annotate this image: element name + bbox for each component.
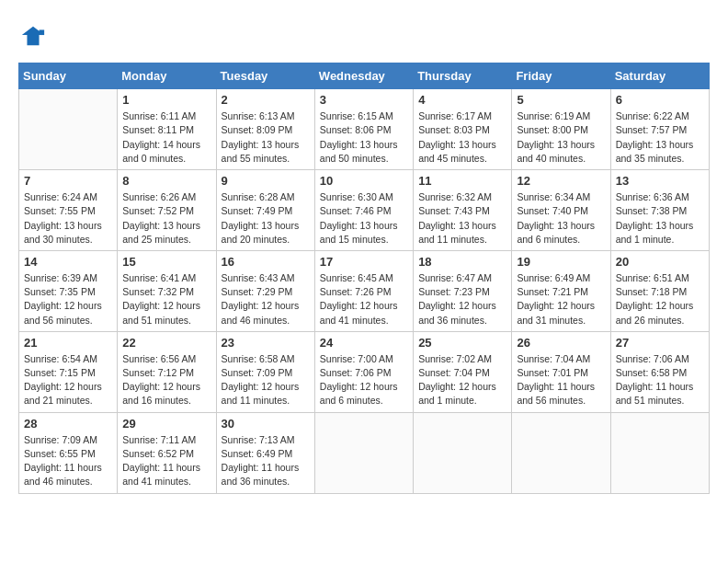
day-info: Sunrise: 6:41 AM Sunset: 7:32 PM Dayligh… <box>122 271 210 327</box>
day-info: Sunrise: 6:13 AM Sunset: 8:09 PM Dayligh… <box>222 109 310 166</box>
day-number: 7 <box>24 174 112 188</box>
day-info: Sunrise: 6:28 AM Sunset: 7:49 PM Dayligh… <box>222 190 310 247</box>
calendar-cell: 9Sunrise: 6:28 AM Sunset: 7:49 PM Daylig… <box>216 170 314 251</box>
calendar-cell: 12Sunrise: 6:34 AM Sunset: 7:40 PM Dayli… <box>512 170 610 251</box>
day-info: Sunrise: 6:30 AM Sunset: 7:46 PM Dayligh… <box>320 190 408 247</box>
calendar-cell: 11Sunrise: 6:32 AM Sunset: 7:43 PM Dayli… <box>414 170 512 251</box>
day-number: 9 <box>222 174 310 188</box>
calendar-cell: 13Sunrise: 6:36 AM Sunset: 7:38 PM Dayli… <box>610 170 709 251</box>
day-number: 6 <box>616 93 704 107</box>
day-number: 13 <box>616 174 704 188</box>
day-number: 8 <box>122 174 210 188</box>
day-info: Sunrise: 7:11 AM Sunset: 6:52 PM Dayligh… <box>122 433 210 489</box>
day-info: Sunrise: 6:24 AM Sunset: 7:55 PM Dayligh… <box>24 190 112 247</box>
calendar-week-row: 7Sunrise: 6:24 AM Sunset: 7:55 PM Daylig… <box>19 170 710 251</box>
calendar-cell: 10Sunrise: 6:30 AM Sunset: 7:46 PM Dayli… <box>314 170 413 251</box>
day-number: 27 <box>616 336 704 350</box>
day-info: Sunrise: 7:13 AM Sunset: 6:49 PM Dayligh… <box>222 433 310 489</box>
day-number: 21 <box>24 336 112 350</box>
logo-icon <box>20 23 46 49</box>
calendar-cell <box>414 412 512 493</box>
day-info: Sunrise: 6:17 AM Sunset: 8:03 PM Dayligh… <box>418 109 506 166</box>
day-number: 12 <box>517 174 605 188</box>
header-thursday: Thursday <box>414 63 512 89</box>
calendar-cell: 24Sunrise: 7:00 AM Sunset: 7:06 PM Dayli… <box>314 331 413 412</box>
day-info: Sunrise: 6:22 AM Sunset: 7:57 PM Dayligh… <box>616 109 704 166</box>
calendar-cell: 2Sunrise: 6:13 AM Sunset: 8:09 PM Daylig… <box>216 89 314 170</box>
day-number: 16 <box>222 255 310 269</box>
day-info: Sunrise: 7:06 AM Sunset: 6:58 PM Dayligh… <box>616 352 704 408</box>
day-info: Sunrise: 7:04 AM Sunset: 7:01 PM Dayligh… <box>517 352 605 408</box>
day-number: 2 <box>222 93 310 107</box>
day-number: 18 <box>418 255 506 269</box>
day-number: 23 <box>222 336 310 350</box>
calendar-week-row: 14Sunrise: 6:39 AM Sunset: 7:35 PM Dayli… <box>19 250 710 331</box>
calendar-cell <box>610 412 709 493</box>
day-number: 15 <box>122 255 210 269</box>
calendar-cell: 6Sunrise: 6:22 AM Sunset: 7:57 PM Daylig… <box>610 89 709 170</box>
day-info: Sunrise: 7:02 AM Sunset: 7:04 PM Dayligh… <box>418 352 506 408</box>
day-info: Sunrise: 6:47 AM Sunset: 7:23 PM Dayligh… <box>418 271 506 327</box>
calendar-cell: 30Sunrise: 7:13 AM Sunset: 6:49 PM Dayli… <box>216 412 314 493</box>
page-header <box>18 18 710 53</box>
svg-marker-0 <box>22 27 44 46</box>
calendar-cell: 3Sunrise: 6:15 AM Sunset: 8:06 PM Daylig… <box>314 89 413 170</box>
calendar-cell: 1Sunrise: 6:11 AM Sunset: 8:11 PM Daylig… <box>118 89 216 170</box>
calendar-cell: 23Sunrise: 6:58 AM Sunset: 7:09 PM Dayli… <box>216 331 314 412</box>
day-number: 1 <box>122 93 210 107</box>
header-saturday: Saturday <box>610 63 709 89</box>
day-number: 26 <box>517 336 605 350</box>
day-info: Sunrise: 6:34 AM Sunset: 7:40 PM Dayligh… <box>517 190 605 247</box>
day-info: Sunrise: 6:32 AM Sunset: 7:43 PM Dayligh… <box>418 190 506 247</box>
day-number: 20 <box>616 255 704 269</box>
day-number: 25 <box>418 336 506 350</box>
day-info: Sunrise: 6:43 AM Sunset: 7:29 PM Dayligh… <box>222 271 310 327</box>
day-number: 14 <box>24 255 112 269</box>
day-number: 30 <box>222 417 310 431</box>
calendar-header-row: SundayMondayTuesdayWednesdayThursdayFrid… <box>19 63 710 89</box>
calendar-cell: 22Sunrise: 6:56 AM Sunset: 7:12 PM Dayli… <box>118 331 216 412</box>
day-info: Sunrise: 6:15 AM Sunset: 8:06 PM Dayligh… <box>320 109 408 166</box>
calendar-cell: 15Sunrise: 6:41 AM Sunset: 7:32 PM Dayli… <box>118 250 216 331</box>
calendar-cell: 26Sunrise: 7:04 AM Sunset: 7:01 PM Dayli… <box>512 331 610 412</box>
calendar-cell: 21Sunrise: 6:54 AM Sunset: 7:15 PM Dayli… <box>19 331 118 412</box>
calendar-week-row: 28Sunrise: 7:09 AM Sunset: 6:55 PM Dayli… <box>19 412 710 493</box>
day-info: Sunrise: 6:54 AM Sunset: 7:15 PM Dayligh… <box>24 352 112 408</box>
day-info: Sunrise: 6:36 AM Sunset: 7:38 PM Dayligh… <box>616 190 704 247</box>
calendar-table: SundayMondayTuesdayWednesdayThursdayFrid… <box>18 63 710 493</box>
header-friday: Friday <box>512 63 610 89</box>
calendar-cell: 17Sunrise: 6:45 AM Sunset: 7:26 PM Dayli… <box>314 250 413 331</box>
calendar-cell: 18Sunrise: 6:47 AM Sunset: 7:23 PM Dayli… <box>414 250 512 331</box>
calendar-cell: 5Sunrise: 6:19 AM Sunset: 8:00 PM Daylig… <box>512 89 610 170</box>
calendar-cell <box>512 412 610 493</box>
calendar-cell: 7Sunrise: 6:24 AM Sunset: 7:55 PM Daylig… <box>19 170 118 251</box>
header-wednesday: Wednesday <box>314 63 413 89</box>
day-number: 10 <box>320 174 408 188</box>
logo <box>18 23 46 53</box>
calendar-week-row: 21Sunrise: 6:54 AM Sunset: 7:15 PM Dayli… <box>19 331 710 412</box>
calendar-cell: 20Sunrise: 6:51 AM Sunset: 7:18 PM Dayli… <box>610 250 709 331</box>
day-info: Sunrise: 7:00 AM Sunset: 7:06 PM Dayligh… <box>320 352 408 408</box>
day-number: 19 <box>517 255 605 269</box>
day-number: 5 <box>517 93 605 107</box>
day-info: Sunrise: 6:45 AM Sunset: 7:26 PM Dayligh… <box>320 271 408 327</box>
day-info: Sunrise: 6:11 AM Sunset: 8:11 PM Dayligh… <box>122 109 210 166</box>
day-number: 3 <box>320 93 408 107</box>
calendar-cell: 27Sunrise: 7:06 AM Sunset: 6:58 PM Dayli… <box>610 331 709 412</box>
day-info: Sunrise: 6:56 AM Sunset: 7:12 PM Dayligh… <box>122 352 210 408</box>
header-tuesday: Tuesday <box>216 63 314 89</box>
day-number: 28 <box>24 417 112 431</box>
day-info: Sunrise: 6:58 AM Sunset: 7:09 PM Dayligh… <box>222 352 310 408</box>
calendar-cell: 8Sunrise: 6:26 AM Sunset: 7:52 PM Daylig… <box>118 170 216 251</box>
day-number: 4 <box>418 93 506 107</box>
calendar-cell <box>19 89 118 170</box>
calendar-cell: 28Sunrise: 7:09 AM Sunset: 6:55 PM Dayli… <box>19 412 118 493</box>
day-info: Sunrise: 6:51 AM Sunset: 7:18 PM Dayligh… <box>616 271 704 327</box>
day-number: 11 <box>418 174 506 188</box>
logo-text <box>18 23 46 53</box>
header-monday: Monday <box>118 63 216 89</box>
calendar-cell: 25Sunrise: 7:02 AM Sunset: 7:04 PM Dayli… <box>414 331 512 412</box>
svg-marker-1 <box>40 29 45 35</box>
header-sunday: Sunday <box>19 63 118 89</box>
day-info: Sunrise: 6:39 AM Sunset: 7:35 PM Dayligh… <box>24 271 112 327</box>
